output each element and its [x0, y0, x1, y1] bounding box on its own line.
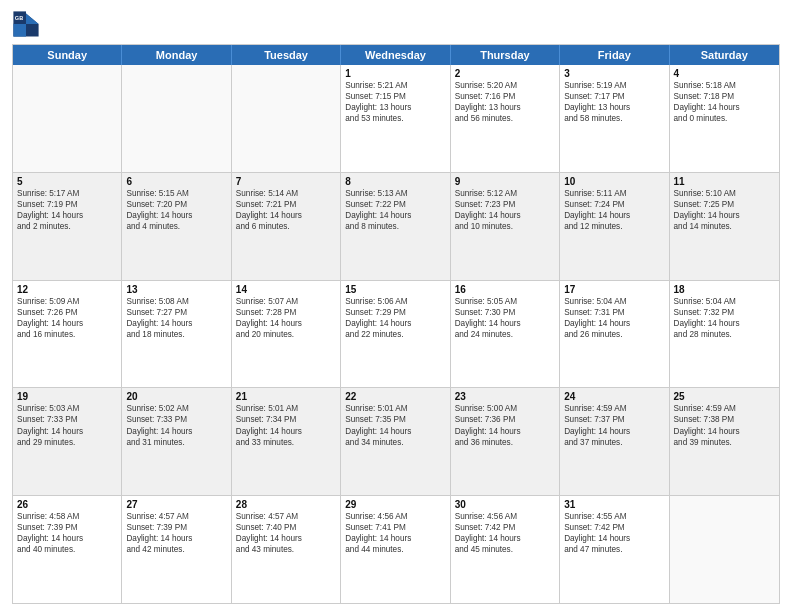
cell-info-line: Daylight: 14 hours [17, 426, 117, 437]
cell-info-line: Sunset: 7:40 PM [236, 522, 336, 533]
calendar-cell: 26Sunrise: 4:58 AMSunset: 7:39 PMDayligh… [13, 496, 122, 603]
cell-info-line: and 16 minutes. [17, 329, 117, 340]
cell-info-line: and 40 minutes. [17, 544, 117, 555]
cell-info-line: Sunset: 7:26 PM [17, 307, 117, 318]
cell-info-line: Daylight: 14 hours [455, 426, 555, 437]
logo: GB [12, 10, 44, 38]
cell-info-line: Daylight: 13 hours [564, 102, 664, 113]
cell-info-line: and 43 minutes. [236, 544, 336, 555]
weekday-header: Wednesday [341, 45, 450, 65]
cell-info-line: Sunset: 7:42 PM [564, 522, 664, 533]
cell-info-line: and 20 minutes. [236, 329, 336, 340]
cell-info-line: and 0 minutes. [674, 113, 775, 124]
calendar-cell: 8Sunrise: 5:13 AMSunset: 7:22 PMDaylight… [341, 173, 450, 280]
cell-info-line: and 12 minutes. [564, 221, 664, 232]
cell-info-line: Sunrise: 5:12 AM [455, 188, 555, 199]
cell-info-line: and 42 minutes. [126, 544, 226, 555]
cell-info-line: Daylight: 14 hours [455, 210, 555, 221]
cell-info-line: Sunset: 7:31 PM [564, 307, 664, 318]
cell-info-line: Sunrise: 5:01 AM [236, 403, 336, 414]
cell-info-line: Sunrise: 4:57 AM [236, 511, 336, 522]
cell-info-line: Sunset: 7:41 PM [345, 522, 445, 533]
cell-info-line: Daylight: 14 hours [345, 533, 445, 544]
day-number: 18 [674, 284, 775, 295]
cell-info-line: Sunrise: 5:17 AM [17, 188, 117, 199]
cell-info-line: Sunset: 7:39 PM [17, 522, 117, 533]
cell-info-line: Daylight: 14 hours [455, 318, 555, 329]
cell-info-line: Daylight: 14 hours [17, 318, 117, 329]
day-number: 2 [455, 68, 555, 79]
weekday-header: Monday [122, 45, 231, 65]
day-number: 22 [345, 391, 445, 402]
cell-info-line: and 45 minutes. [455, 544, 555, 555]
cell-info-line: Sunrise: 5:07 AM [236, 296, 336, 307]
cell-info-line: Sunrise: 5:20 AM [455, 80, 555, 91]
cell-info-line: Sunrise: 4:56 AM [345, 511, 445, 522]
weekday-header: Thursday [451, 45, 560, 65]
cell-info-line: and 10 minutes. [455, 221, 555, 232]
day-number: 9 [455, 176, 555, 187]
day-number: 5 [17, 176, 117, 187]
calendar-cell: 22Sunrise: 5:01 AMSunset: 7:35 PMDayligh… [341, 388, 450, 495]
cell-info-line: Sunrise: 5:05 AM [455, 296, 555, 307]
cell-info-line: Sunset: 7:23 PM [455, 199, 555, 210]
day-number: 15 [345, 284, 445, 295]
cell-info-line: Daylight: 14 hours [236, 210, 336, 221]
cell-info-line: Daylight: 14 hours [345, 426, 445, 437]
cell-info-line: Sunset: 7:33 PM [126, 414, 226, 425]
cell-info-line: Daylight: 14 hours [17, 533, 117, 544]
cell-info-line: Daylight: 14 hours [126, 426, 226, 437]
cell-info-line: Daylight: 14 hours [455, 533, 555, 544]
cell-info-line: Daylight: 14 hours [236, 318, 336, 329]
cell-info-line: Sunrise: 5:10 AM [674, 188, 775, 199]
cell-info-line: Sunset: 7:21 PM [236, 199, 336, 210]
cell-info-line: Sunrise: 5:08 AM [126, 296, 226, 307]
calendar-cell [670, 496, 779, 603]
calendar-cell: 20Sunrise: 5:02 AMSunset: 7:33 PMDayligh… [122, 388, 231, 495]
day-number: 10 [564, 176, 664, 187]
day-number: 21 [236, 391, 336, 402]
cell-info-line: Sunset: 7:28 PM [236, 307, 336, 318]
cell-info-line: Daylight: 13 hours [345, 102, 445, 113]
cell-info-line: Sunset: 7:15 PM [345, 91, 445, 102]
calendar-cell: 16Sunrise: 5:05 AMSunset: 7:30 PMDayligh… [451, 281, 560, 388]
day-number: 17 [564, 284, 664, 295]
calendar-cell: 17Sunrise: 5:04 AMSunset: 7:31 PMDayligh… [560, 281, 669, 388]
cell-info-line: Sunrise: 5:00 AM [455, 403, 555, 414]
cell-info-line: Sunset: 7:32 PM [674, 307, 775, 318]
cell-info-line: and 31 minutes. [126, 437, 226, 448]
cell-info-line: Sunset: 7:22 PM [345, 199, 445, 210]
calendar: SundayMondayTuesdayWednesdayThursdayFrid… [12, 44, 780, 604]
cell-info-line: Sunrise: 4:56 AM [455, 511, 555, 522]
cell-info-line: Sunset: 7:27 PM [126, 307, 226, 318]
calendar-cell: 24Sunrise: 4:59 AMSunset: 7:37 PMDayligh… [560, 388, 669, 495]
day-number: 1 [345, 68, 445, 79]
day-number: 13 [126, 284, 226, 295]
day-number: 19 [17, 391, 117, 402]
day-number: 28 [236, 499, 336, 510]
cell-info-line: Daylight: 14 hours [236, 533, 336, 544]
cell-info-line: and 2 minutes. [17, 221, 117, 232]
cell-info-line: Sunrise: 5:04 AM [674, 296, 775, 307]
weekday-header: Sunday [13, 45, 122, 65]
day-number: 30 [455, 499, 555, 510]
calendar-cell: 21Sunrise: 5:01 AMSunset: 7:34 PMDayligh… [232, 388, 341, 495]
cell-info-line: and 47 minutes. [564, 544, 664, 555]
cell-info-line: and 4 minutes. [126, 221, 226, 232]
cell-info-line: Sunset: 7:38 PM [674, 414, 775, 425]
calendar-cell: 27Sunrise: 4:57 AMSunset: 7:39 PMDayligh… [122, 496, 231, 603]
cell-info-line: Sunrise: 4:59 AM [564, 403, 664, 414]
cell-info-line: Daylight: 14 hours [564, 426, 664, 437]
calendar-row: 5Sunrise: 5:17 AMSunset: 7:19 PMDaylight… [13, 172, 779, 280]
cell-info-line: and 53 minutes. [345, 113, 445, 124]
calendar-cell: 23Sunrise: 5:00 AMSunset: 7:36 PMDayligh… [451, 388, 560, 495]
cell-info-line: and 37 minutes. [564, 437, 664, 448]
cell-info-line: Sunrise: 5:14 AM [236, 188, 336, 199]
calendar-cell: 30Sunrise: 4:56 AMSunset: 7:42 PMDayligh… [451, 496, 560, 603]
day-number: 27 [126, 499, 226, 510]
calendar-cell: 2Sunrise: 5:20 AMSunset: 7:16 PMDaylight… [451, 65, 560, 172]
calendar-row: 12Sunrise: 5:09 AMSunset: 7:26 PMDayligh… [13, 280, 779, 388]
cell-info-line: Sunrise: 5:15 AM [126, 188, 226, 199]
calendar-cell [13, 65, 122, 172]
cell-info-line: Sunrise: 5:04 AM [564, 296, 664, 307]
